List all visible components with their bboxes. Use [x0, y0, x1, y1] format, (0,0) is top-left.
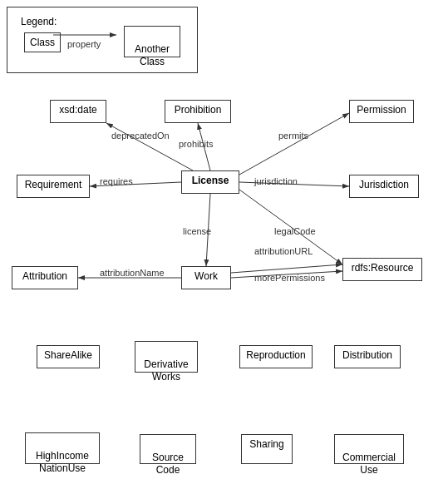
- label-attributionurl: attributionURL: [254, 246, 313, 256]
- svg-line-10: [231, 264, 342, 273]
- svg-line-4: [239, 113, 349, 175]
- label-prohibits: prohibits: [179, 139, 214, 149]
- legend-another-class-box: Another Class: [124, 26, 180, 57]
- label-attributionname: attributionName: [100, 268, 165, 278]
- sharealike-box: ShareAlike: [37, 345, 100, 368]
- label-permits: permits: [278, 131, 308, 141]
- prohibition-box: Prohibition: [165, 100, 231, 123]
- label-morepermissions: morePermissions: [254, 273, 325, 283]
- source-code-box: Source Code: [140, 434, 196, 464]
- commercial-use-box: Commercial Use: [334, 434, 404, 464]
- work-box: Work: [181, 266, 231, 289]
- legend-class-box: Class: [24, 32, 61, 52]
- label-jurisdiction: jurisdiction: [254, 176, 298, 186]
- sharing-box: Sharing: [241, 434, 293, 464]
- xsd-date-box: xsd:date: [50, 100, 106, 123]
- permission-box: Permission: [349, 100, 414, 123]
- label-requires: requires: [100, 176, 133, 186]
- rdfs-resource-box: rdfs:Resource: [342, 258, 422, 281]
- legend-box: Legend: Class Another Class property: [7, 7, 198, 73]
- distribution-box: Distribution: [334, 345, 401, 368]
- reproduction-box: Reproduction: [239, 345, 313, 368]
- license-box: License: [181, 170, 239, 194]
- legend-property-label: property: [67, 39, 101, 49]
- arrows-svg: [0, 0, 448, 489]
- legend-title: Legend:: [21, 16, 57, 27]
- label-legalcode: legalCode: [274, 226, 316, 236]
- diagram: Legend: Class Another Class property: [0, 0, 448, 489]
- jurisdiction-box: Jurisdiction: [349, 175, 419, 198]
- label-deprecatedon: deprecatedOn: [111, 131, 170, 141]
- requirement-box: Requirement: [17, 175, 90, 198]
- label-license: license: [183, 226, 211, 236]
- highincome-nation-use-box: HighIncome NationUse: [25, 432, 100, 464]
- derivative-works-box: Derivative Works: [135, 341, 198, 373]
- attribution-box: Attribution: [12, 266, 78, 289]
